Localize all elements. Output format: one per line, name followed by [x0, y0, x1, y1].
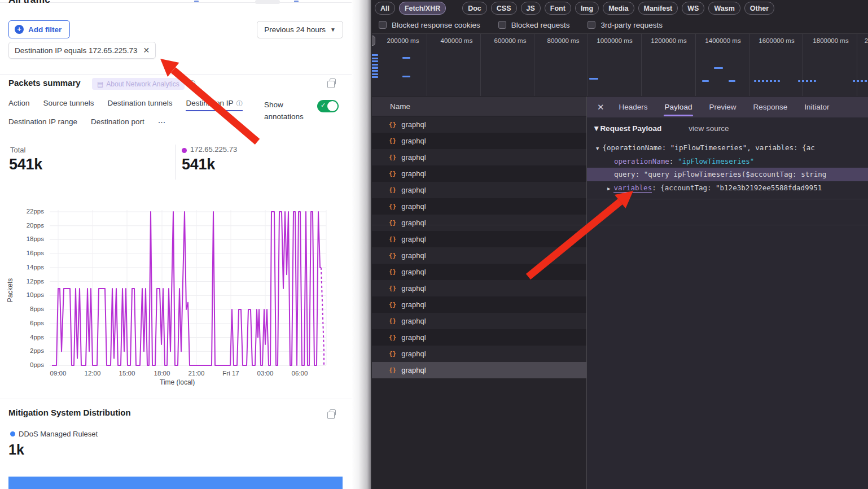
- checkbox-label: Blocked response cookies: [392, 21, 480, 29]
- detail-tab-preview[interactable]: Preview: [708, 98, 737, 116]
- request-name: graphql: [401, 186, 426, 194]
- name-column-header[interactable]: Name: [372, 97, 586, 116]
- filter-chip[interactable]: Destination IP equals 172.65.225.73 ✕: [8, 42, 156, 59]
- filter-pill-fetch-xhr[interactable]: Fetch/XHR: [399, 2, 446, 15]
- x-tick-label: 12:00: [78, 370, 107, 377]
- waterfall-mark: [372, 60, 378, 62]
- request-row[interactable]: {}graphql: [372, 231, 586, 247]
- show-annotations-toggle[interactable]: ✓: [317, 100, 339, 112]
- detail-tab-response[interactable]: Response: [752, 98, 788, 116]
- request-row[interactable]: {}graphql: [372, 182, 586, 198]
- distribution-bar[interactable]: [8, 477, 343, 489]
- request-name: graphql: [401, 317, 426, 325]
- request-payload-header[interactable]: ▼Request Payload: [593, 124, 661, 133]
- filter-pill-img[interactable]: Img: [575, 2, 599, 15]
- filter-pill-wasm[interactable]: Wasm: [708, 2, 740, 15]
- collapse-arrow-icon[interactable]: ▼: [596, 146, 599, 151]
- tab-destination-tunnels[interactable]: Destination tunnels: [108, 99, 173, 111]
- expand-card-icon[interactable]: [330, 78, 336, 85]
- payload-line[interactable]: ▼{operationName: "ipFlowTimeseries", var…: [587, 141, 868, 155]
- payload-line[interactable]: ▶variables: {accountTag: "b12e3b2192ee55…: [587, 181, 868, 195]
- waterfall-mark: [798, 80, 816, 82]
- request-row[interactable]: {}graphql: [372, 362, 586, 378]
- stat-total-value: 541k: [9, 156, 42, 173]
- filter-pill-doc[interactable]: Doc: [462, 2, 487, 15]
- filter-pill-other[interactable]: Other: [744, 2, 774, 15]
- waterfall-mark: [402, 57, 410, 59]
- network-overview-timeline[interactable]: 200000 ms400000 ms600000 ms800000 ms1000…: [372, 33, 868, 97]
- expand-arrow-icon[interactable]: ▶: [607, 186, 610, 191]
- filter-pill-ws[interactable]: WS: [682, 2, 704, 15]
- expand-card-icon[interactable]: [330, 409, 336, 416]
- filter-pill-media[interactable]: Media: [603, 2, 634, 15]
- filter-pill-manifest[interactable]: Manifest: [638, 2, 678, 15]
- tab--[interactable]: ⋯: [158, 117, 166, 130]
- section-divider: [0, 74, 352, 75]
- show-annotations-label: Show annotations: [264, 99, 316, 123]
- request-detail-panel: ✕ HeadersPayloadPreviewResponseInitiator…: [586, 97, 868, 489]
- tab-destination-port[interactable]: Destination port: [91, 117, 144, 130]
- stat-ip-value: 541k: [182, 156, 215, 173]
- detail-tab-payload[interactable]: Payload: [664, 98, 694, 116]
- timeline-gridline: [749, 34, 749, 96]
- request-row[interactable]: {}graphql: [372, 329, 586, 346]
- request-name: graphql: [401, 219, 426, 227]
- x-tick-label: 15:00: [113, 370, 141, 377]
- request-row[interactable]: {}graphql: [372, 116, 586, 133]
- add-filter-button[interactable]: + Add filter: [8, 20, 70, 38]
- tab-source-tunnels[interactable]: Source tunnels: [43, 99, 94, 111]
- request-row[interactable]: {}graphql: [372, 149, 586, 165]
- filter-pill-font[interactable]: Font: [545, 2, 571, 15]
- detail-tab-headers[interactable]: Headers: [618, 98, 649, 116]
- packets-timeseries-chart[interactable]: Packets Time (local) 0pps2pps4pps6pps8pp…: [0, 199, 352, 394]
- payload-key: operationName: [614, 157, 669, 165]
- checkbox-label: 3rd-party requests: [600, 21, 663, 29]
- filter-pill-all[interactable]: All: [375, 2, 395, 15]
- tab-destination-ip-range[interactable]: Destination IP range: [8, 117, 77, 130]
- timeline-gridline: [427, 34, 427, 96]
- time-range-dropdown[interactable]: Previous 24 hours ▼: [257, 21, 343, 38]
- close-icon[interactable]: ✕: [597, 102, 604, 112]
- filter-pill-js[interactable]: JS: [521, 2, 541, 15]
- request-row[interactable]: {}graphql: [372, 198, 586, 215]
- timeline-tick-label: 1000000 ms: [597, 37, 632, 44]
- payload-string: "ipFlowTimeseries": [678, 157, 754, 165]
- about-network-analytics-badge[interactable]: ▤ About Network Analytics: [92, 78, 185, 90]
- mitigation-value: 1k: [8, 442, 24, 458]
- request-row[interactable]: {}graphql: [372, 165, 586, 182]
- checkbox-3rd-party-requests[interactable]: [588, 21, 595, 29]
- tab-destination-ip[interactable]: Destination IPⓘ: [186, 99, 243, 111]
- checkbox-blocked-response-cookies[interactable]: [379, 21, 387, 29]
- timeline-tick-label: 600000 ms: [494, 37, 527, 44]
- request-row[interactable]: {}graphql: [372, 346, 586, 362]
- waterfall-mark: [754, 80, 780, 82]
- close-icon[interactable]: ✕: [143, 46, 150, 55]
- request-row[interactable]: {}graphql: [372, 133, 586, 149]
- request-row[interactable]: {}graphql: [372, 215, 586, 231]
- json-icon: {}: [389, 219, 396, 226]
- timeline-gridline: [588, 34, 588, 96]
- y-tick-label: 18pps: [19, 235, 44, 242]
- check-icon: ✓: [321, 102, 326, 109]
- tab-action[interactable]: Action: [8, 99, 30, 111]
- waterfall-mark: [372, 64, 378, 66]
- checkbox-blocked-requests[interactable]: [498, 21, 506, 29]
- json-icon: {}: [389, 154, 396, 161]
- detail-tab-initiator[interactable]: Initiator: [803, 98, 830, 116]
- json-icon: {}: [389, 366, 396, 374]
- page-title-clipped: All traffic: [8, 0, 50, 6]
- request-row[interactable]: {}graphql: [372, 296, 586, 313]
- request-row[interactable]: {}graphql: [372, 247, 586, 264]
- request-row[interactable]: {}graphql: [372, 313, 586, 329]
- json-icon: {}: [389, 301, 396, 308]
- json-icon: {}: [389, 203, 396, 210]
- payload-line[interactable]: operationName: "ipFlowTimeseries": [587, 155, 868, 168]
- request-row[interactable]: {}graphql: [372, 280, 586, 296]
- filter-pill-css[interactable]: CSS: [491, 2, 517, 15]
- request-row[interactable]: {}graphql: [372, 264, 586, 280]
- timeline-tick-label: 1400000 ms: [705, 37, 740, 44]
- timeline-tick-label: 2: [865, 37, 868, 44]
- payload-line[interactable]: query: "query ipFlowTimeseries($accountT…: [587, 168, 868, 181]
- clock-icon[interactable]: ◷: [188, 78, 195, 87]
- view-source-link[interactable]: view source: [689, 124, 729, 133]
